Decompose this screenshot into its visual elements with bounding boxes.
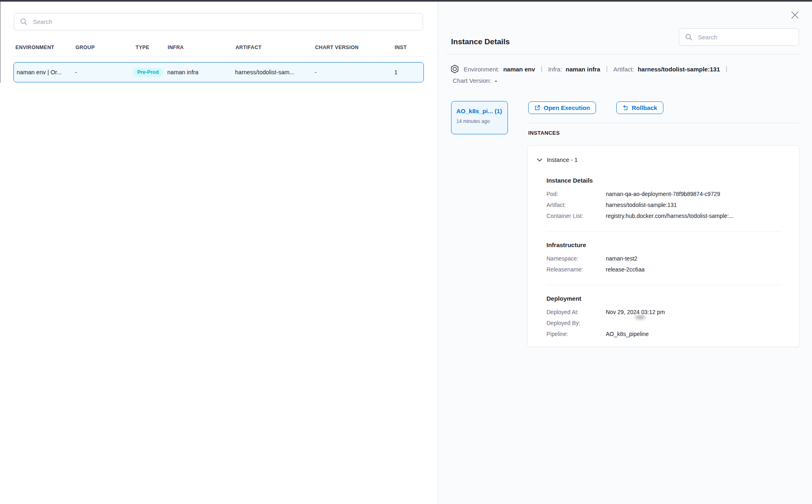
pipeline-card-time: 14 minutes ago xyxy=(456,118,503,124)
table-header-divider xyxy=(12,56,424,57)
chart-version-label: Chart Version: xyxy=(453,77,491,84)
instance-accordion-toggle[interactable]: Instance - 1 xyxy=(528,146,799,163)
cell-infra: naman infra xyxy=(167,69,199,75)
field-label: Pod: xyxy=(546,189,606,200)
instance-details-panel: Instance Details Environment: naman env … xyxy=(438,0,812,504)
panel-search[interactable] xyxy=(679,28,799,46)
section-heading-infrastructure: Infrastructure xyxy=(546,241,781,248)
cell-artifact: harness/todolist-sam... xyxy=(235,69,294,75)
field-value: naman-test2 xyxy=(606,253,637,264)
instance-card: Instance - 1 Instance Details Pod: naman… xyxy=(527,145,799,347)
rollback-label: Rollback xyxy=(632,104,657,111)
section-divider xyxy=(546,285,781,285)
field-value: release-2cc6aa xyxy=(606,264,645,275)
instances-divider xyxy=(528,123,799,123)
deployment-meta-line: Environment: naman env | Infra: naman in… xyxy=(451,65,733,73)
field-value: registry.hub.docker.com/harness/todolist… xyxy=(606,211,734,222)
panel-title: Instance Details xyxy=(451,37,510,46)
field-label: Deployed At: xyxy=(546,307,606,318)
instance-title: Instance - 1 xyxy=(547,157,578,163)
external-link-icon xyxy=(534,105,540,111)
cell-environment: naman env | Or... xyxy=(17,69,62,75)
meta-separator: | xyxy=(606,65,607,73)
field-row-deployed-by: Deployed By: xyxy=(546,318,781,329)
field-row-namespace: Namespace: naman-test2 xyxy=(546,253,781,264)
field-label: Container List: xyxy=(546,211,606,222)
section-heading-instance-details: Instance Details xyxy=(546,177,781,184)
pipeline-card-title: AO_k8s_pi... (1) xyxy=(456,108,503,114)
cell-group: - xyxy=(75,69,77,75)
field-value: Nov 29, 2024 03:12 pm xyxy=(606,307,665,318)
instance-card-content: Instance Details Pod: naman-qa-ao-deploy… xyxy=(528,177,799,340)
meta-separator: | xyxy=(726,65,727,73)
chart-version-meta-line: Chart Version: - xyxy=(453,77,497,84)
search-icon xyxy=(20,18,28,26)
environment-value: naman env xyxy=(503,66,535,73)
panel-header-divider xyxy=(446,54,800,54)
table-row-selected[interactable]: naman env | Or... - Pre-Prod naman infra… xyxy=(13,62,424,82)
page-left-edge xyxy=(0,2,1,83)
column-header-type: TYPE xyxy=(136,45,149,50)
field-row-deployed-at: Deployed At: Nov 29, 2024 03:12 pm xyxy=(546,307,781,318)
field-row-container-list: Container List: registry.hub.docker.com/… xyxy=(546,211,781,222)
chart-version-value: - xyxy=(495,77,497,84)
infra-label: Infra: xyxy=(548,66,562,73)
search-icon xyxy=(685,33,693,41)
rollback-button[interactable]: Rollback xyxy=(616,101,663,114)
section-heading-deployment: Deployment xyxy=(546,295,781,302)
infra-value: naman infra xyxy=(566,66,600,73)
field-label: Deployed By: xyxy=(546,318,606,329)
cell-chart-version: - xyxy=(315,69,317,75)
open-execution-label: Open Execution xyxy=(544,104,590,111)
column-header-chart-version: CHART VERSION xyxy=(315,45,358,50)
instances-heading: INSTANCES xyxy=(528,130,560,136)
close-button[interactable] xyxy=(790,10,800,20)
environment-icon xyxy=(451,65,459,73)
column-header-group: GROUP xyxy=(76,45,95,50)
field-value: AO_k8s_pipeline xyxy=(606,329,649,340)
panel-search-input[interactable] xyxy=(697,33,793,41)
field-row-pipeline: Pipeline: AO_k8s_pipeline xyxy=(546,329,781,340)
field-row-releasename: Releasename: release-2cc6aa xyxy=(546,264,781,275)
column-header-infra: INFRA xyxy=(168,45,184,50)
artifact-label: Artifact: xyxy=(613,66,634,73)
field-label: Namespace: xyxy=(546,253,606,264)
table-header: ENVIRONMENT GROUP TYPE INFRA ARTIFACT CH… xyxy=(0,45,438,53)
column-header-inst: INST xyxy=(395,45,407,50)
field-label: Artifact: xyxy=(546,200,606,211)
open-execution-button[interactable]: Open Execution xyxy=(528,101,596,114)
section-divider xyxy=(546,231,781,232)
rollback-icon xyxy=(622,105,628,111)
field-label: Releasename: xyxy=(546,264,606,275)
artifact-value: harness/todolist-sample:131 xyxy=(638,66,720,73)
field-value: harness/todolist-sample:131 xyxy=(606,200,677,211)
cell-inst-count: 1 xyxy=(394,69,397,75)
cell-type: Pre-Prod xyxy=(133,68,163,77)
field-label: Pipeline: xyxy=(546,329,606,340)
environment-label: Environment: xyxy=(464,66,499,73)
field-row-pod: Pod: naman-qa-ao-deployment-78f9b89874-c… xyxy=(546,189,781,200)
column-header-environment: ENVIRONMENT xyxy=(15,45,54,50)
column-header-artifact: ARTIFACT xyxy=(235,45,261,50)
page-top-edge xyxy=(0,0,812,2)
meta-separator: | xyxy=(541,65,542,73)
field-value: naman-qa-ao-deployment-78f9b89874-c9729 xyxy=(606,189,720,200)
chevron-down-icon xyxy=(537,158,542,162)
pipeline-execution-card[interactable]: AO_k8s_pi... (1) 14 minutes ago xyxy=(451,101,508,134)
pre-prod-badge: Pre-Prod xyxy=(133,68,163,77)
environments-table-panel: ENVIRONMENT GROUP TYPE INFRA ARTIFACT CH… xyxy=(0,0,438,504)
close-icon xyxy=(790,11,799,19)
table-search[interactable] xyxy=(14,13,423,30)
field-row-artifact: Artifact: harness/todolist-sample:131 xyxy=(546,200,781,211)
table-search-input[interactable] xyxy=(32,18,417,26)
